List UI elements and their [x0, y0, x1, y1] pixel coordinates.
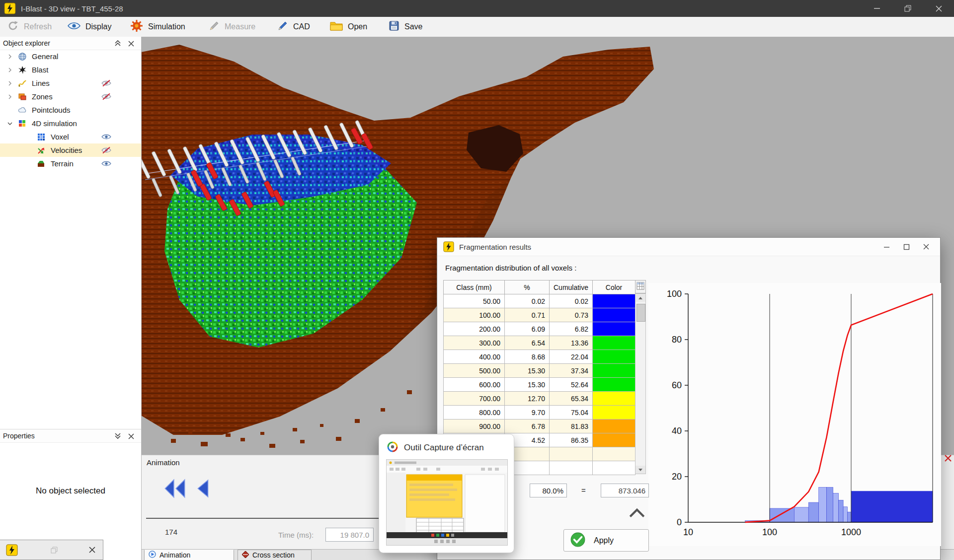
class-cell[interactable]: 600.00	[444, 378, 505, 392]
color-cell[interactable]	[593, 308, 636, 322]
color-cell[interactable]	[593, 378, 636, 392]
step-back-button[interactable]	[194, 477, 213, 501]
tree-item-lines[interactable]: Lines	[0, 76, 141, 90]
col-class[interactable]: Class (mm)	[444, 280, 505, 294]
table-row[interactable]: 900.006.7881.83	[444, 420, 636, 433]
capture-titlebar[interactable]: Outil Capture d’écran	[387, 441, 484, 454]
expand-arrow-icon[interactable]	[6, 66, 14, 74]
capture-thumbnail[interactable]	[386, 459, 508, 546]
restore-button[interactable]	[892, 0, 923, 17]
table-row[interactable]: 200.006.096.82	[444, 322, 636, 336]
class-cell[interactable]: 800.00	[444, 406, 505, 420]
class-cell[interactable]: 200.00	[444, 322, 505, 336]
col-cumulative[interactable]: Cumulative	[550, 280, 593, 294]
class-cell[interactable]: 700.00	[444, 392, 505, 406]
class-cell[interactable]: 400.00	[444, 350, 505, 364]
cumulative-cell[interactable]	[550, 447, 593, 461]
restore-icon[interactable]	[51, 547, 58, 556]
tree-item-general[interactable]: General	[0, 50, 141, 63]
pct-cell[interactable]: 9.70	[505, 406, 550, 420]
pct-cell[interactable]: 15.30	[505, 378, 550, 392]
class-cell[interactable]: 900.00	[444, 420, 505, 433]
dialog-titlebar[interactable]: Fragmentation results	[437, 238, 940, 256]
tree-item-terrain[interactable]: Terrain	[0, 157, 141, 170]
expand-arrow-icon[interactable]	[6, 93, 14, 101]
rewind-button[interactable]	[163, 477, 187, 501]
save-button[interactable]: Save	[389, 17, 422, 37]
passing-size-field[interactable]: 873.046	[601, 484, 649, 497]
visibility-on-icon[interactable]	[101, 160, 111, 167]
table-row[interactable]: 500.0015.3037.34	[444, 364, 636, 378]
dock-close-icon[interactable]	[944, 454, 953, 463]
cumulative-cell[interactable]: 37.34	[550, 364, 593, 378]
table-row[interactable]: 800.009.7075.04	[444, 406, 636, 420]
tree-item-velocities[interactable]: Velocities	[0, 143, 141, 157]
passing-percent-field[interactable]: 80.0%	[530, 484, 567, 497]
color-cell[interactable]	[593, 447, 636, 461]
table-row[interactable]: 300.006.5413.36	[444, 336, 636, 350]
simulation-button[interactable]: Simulation	[130, 17, 185, 37]
visibility-off-icon[interactable]	[101, 79, 111, 87]
table-row[interactable]: 700.0012.7065.34	[444, 392, 636, 406]
close-panel-icon[interactable]	[128, 432, 134, 441]
color-cell[interactable]	[593, 294, 636, 308]
tree-item-zones[interactable]: Zones	[0, 90, 141, 103]
scroll-down-icon[interactable]	[636, 466, 645, 474]
pct-cell[interactable]: 6.54	[505, 336, 550, 350]
color-cell[interactable]	[593, 461, 636, 475]
measure-button[interactable]: Measure	[209, 17, 255, 37]
class-cell[interactable]: 100.00	[444, 308, 505, 322]
tree-item-4d-simulation[interactable]: 4D simulation	[0, 117, 141, 130]
minimize-button[interactable]	[862, 0, 892, 17]
scroll-up-icon[interactable]	[636, 294, 645, 302]
table-row[interactable]: 600.0015.3052.64	[444, 378, 636, 392]
pct-cell[interactable]: 8.68	[505, 350, 550, 364]
dialog-close-button[interactable]	[916, 238, 936, 256]
pct-cell[interactable]: 12.70	[505, 392, 550, 406]
cumulative-cell[interactable]: 52.64	[550, 378, 593, 392]
table-row[interactable]: 50.000.020.02	[444, 294, 636, 308]
refresh-button[interactable]: Refresh	[7, 17, 52, 37]
color-cell[interactable]	[593, 420, 636, 433]
class-cell[interactable]: 500.00	[444, 364, 505, 378]
color-cell[interactable]	[593, 336, 636, 350]
pct-cell[interactable]: 6.09	[505, 322, 550, 336]
color-cell[interactable]	[593, 350, 636, 364]
cumulative-cell[interactable]: 0.73	[550, 308, 593, 322]
expand-arrow-icon[interactable]	[6, 53, 14, 61]
close-button[interactable]	[923, 0, 954, 17]
color-cell[interactable]	[593, 406, 636, 420]
cumulative-cell[interactable]: 22.04	[550, 350, 593, 364]
col-percent[interactable]: %	[505, 280, 550, 294]
cumulative-cell[interactable]: 86.35	[550, 433, 593, 447]
time-field[interactable]: 19 807.0	[325, 528, 374, 542]
expand-all-icon[interactable]	[114, 432, 121, 441]
minimized-window-titlebar[interactable]	[0, 540, 103, 560]
table-row[interactable]: 100.000.710.73	[444, 308, 636, 322]
dialog-minimize-button[interactable]	[876, 238, 896, 256]
cumulative-cell[interactable]: 75.04	[550, 406, 593, 420]
pct-cell[interactable]: 15.30	[505, 364, 550, 378]
visibility-off-icon[interactable]	[101, 146, 111, 154]
tree-item-voxel[interactable]: Voxel	[0, 130, 141, 143]
color-cell[interactable]	[593, 433, 636, 447]
table-scrollbar[interactable]	[635, 293, 646, 474]
cumulative-cell[interactable]: 13.36	[550, 336, 593, 350]
display-button[interactable]: Display	[68, 17, 111, 37]
color-cell[interactable]	[593, 364, 636, 378]
cad-button[interactable]: CAD	[277, 17, 310, 37]
dialog-maximize-button[interactable]	[896, 238, 916, 256]
expand-arrow-icon[interactable]	[6, 79, 14, 87]
open-button[interactable]: Open	[330, 17, 367, 37]
cumulative-cell[interactable]: 81.83	[550, 420, 593, 433]
color-cell[interactable]	[593, 392, 636, 406]
pct-cell[interactable]: 0.71	[505, 308, 550, 322]
visibility-on-icon[interactable]	[101, 133, 111, 140]
cumulative-cell[interactable]: 0.02	[550, 294, 593, 308]
cumulative-cell[interactable]: 6.82	[550, 322, 593, 336]
class-cell[interactable]: 300.00	[444, 336, 505, 350]
close-icon[interactable]	[88, 546, 96, 556]
copy-table-button[interactable]	[635, 280, 646, 293]
col-color[interactable]: Color	[593, 280, 636, 294]
scrollbar-thumb[interactable]	[636, 304, 645, 322]
